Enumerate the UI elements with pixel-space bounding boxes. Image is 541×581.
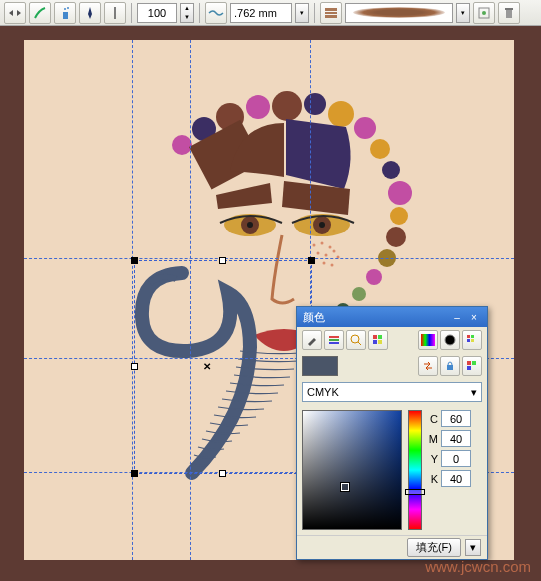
- c-label: C: [428, 413, 438, 425]
- gradient-cursor[interactable]: [341, 483, 349, 491]
- svg-rect-43: [472, 361, 476, 365]
- svg-rect-3: [325, 8, 337, 11]
- hue-slider[interactable]: [408, 410, 422, 530]
- swap-colors-icon[interactable]: [418, 356, 438, 376]
- guide-vertical[interactable]: [132, 40, 133, 560]
- brush-options-icon[interactable]: [473, 2, 495, 24]
- svg-point-2: [67, 7, 69, 9]
- svg-rect-32: [378, 335, 382, 339]
- color-docker: 颜色 – × CMYK ▾: [296, 306, 488, 560]
- svg-rect-41: [447, 365, 453, 370]
- svg-point-16: [319, 222, 325, 228]
- selection-center[interactable]: ✕: [203, 361, 211, 372]
- guide-horizontal[interactable]: [24, 258, 514, 259]
- color-mode-select[interactable]: CMYK ▾: [302, 382, 482, 402]
- sliders-icon[interactable]: [324, 330, 344, 350]
- stroke-width-dropdown[interactable]: ▾: [295, 3, 309, 23]
- add-swatch-icon[interactable]: [462, 356, 482, 376]
- svg-rect-4: [325, 12, 337, 14]
- current-color-swatch[interactable]: [302, 356, 338, 376]
- color-mode-label: CMYK: [307, 386, 339, 398]
- svg-rect-31: [373, 335, 377, 339]
- separator: [131, 3, 132, 23]
- dropdown-arrow-icon: ▾: [471, 386, 477, 399]
- svg-rect-28: [329, 339, 339, 341]
- stroke-width-input[interactable]: [230, 3, 292, 23]
- delete-brush-icon[interactable]: [498, 2, 520, 24]
- selection-handle-n[interactable]: [219, 257, 226, 264]
- brush-dropdown[interactable]: ▾: [456, 3, 470, 23]
- svg-point-25: [323, 262, 326, 265]
- color-docker-titlebar[interactable]: 颜色 – ×: [297, 307, 487, 327]
- selection-handle-nw[interactable]: [131, 257, 138, 264]
- selection-handle-w[interactable]: [131, 363, 138, 370]
- palettes-icon[interactable]: [368, 330, 388, 350]
- y-input[interactable]: [441, 450, 471, 467]
- separator: [199, 3, 200, 23]
- separator: [314, 3, 315, 23]
- svg-point-22: [333, 250, 336, 253]
- spectrum-icon[interactable]: [418, 330, 438, 350]
- svg-rect-5: [325, 15, 337, 18]
- calligraphy-tool-icon[interactable]: [79, 2, 101, 24]
- canvas-area: ✕ 颜色 – × CM: [0, 26, 541, 581]
- k-label: K: [428, 473, 438, 485]
- svg-rect-40: [471, 339, 474, 342]
- viewer-icon[interactable]: [346, 330, 366, 350]
- color-docker-tools: [297, 327, 487, 353]
- eyedropper-icon[interactable]: [302, 330, 322, 350]
- svg-rect-8: [506, 10, 512, 18]
- c-input[interactable]: [441, 410, 471, 427]
- color-gradient-picker[interactable]: [302, 410, 402, 530]
- k-input[interactable]: [441, 470, 471, 487]
- svg-rect-34: [378, 340, 382, 344]
- y-label: Y: [428, 453, 438, 465]
- opacity-input[interactable]: [137, 3, 177, 23]
- svg-rect-0: [63, 12, 68, 19]
- smoothing-icon[interactable]: [205, 2, 227, 24]
- selection-handle-ne[interactable]: [308, 257, 315, 264]
- svg-point-1: [64, 8, 66, 10]
- svg-rect-39: [467, 339, 470, 342]
- spray-tool-icon[interactable]: [54, 2, 76, 24]
- grid-icon[interactable]: [462, 330, 482, 350]
- opacity-spinner[interactable]: ▲▼: [180, 3, 194, 23]
- lock-icon[interactable]: [440, 356, 460, 376]
- fill-button[interactable]: 填充(F): [407, 538, 461, 557]
- svg-point-30: [351, 335, 359, 343]
- m-input[interactable]: [441, 430, 471, 447]
- svg-rect-9: [505, 8, 513, 10]
- svg-rect-29: [329, 342, 339, 344]
- watermark: www.jcwcn.com: [425, 558, 531, 575]
- svg-rect-38: [471, 335, 474, 338]
- property-bar: ▲▼ ▾ ▾: [0, 0, 541, 26]
- brush-list-icon[interactable]: [320, 2, 342, 24]
- hue-cursor[interactable]: [405, 489, 425, 495]
- selection-handle-sw[interactable]: [131, 470, 138, 477]
- brush-preview[interactable]: [345, 3, 453, 23]
- svg-point-17: [313, 244, 316, 247]
- preset-icon[interactable]: [4, 2, 26, 24]
- cmyk-inputs: C M Y K: [428, 410, 482, 530]
- brush-stroke-sample: [353, 7, 445, 18]
- svg-point-19: [329, 246, 332, 249]
- svg-point-7: [482, 11, 486, 15]
- svg-rect-35: [421, 334, 435, 346]
- svg-point-21: [325, 254, 328, 257]
- pressure-tool-icon[interactable]: [104, 2, 126, 24]
- color-docker-title: 颜色: [303, 310, 325, 325]
- svg-point-13: [247, 222, 253, 228]
- m-label: M: [428, 433, 438, 445]
- fill-dropdown-icon[interactable]: ▾: [465, 539, 481, 556]
- svg-rect-33: [373, 340, 377, 344]
- svg-point-36: [445, 335, 455, 345]
- svg-rect-27: [329, 336, 339, 338]
- minimize-icon[interactable]: –: [450, 310, 464, 324]
- wheel-icon[interactable]: [440, 330, 460, 350]
- selection-box[interactable]: ✕: [134, 260, 312, 474]
- close-icon[interactable]: ×: [467, 310, 481, 324]
- svg-point-26: [331, 264, 334, 267]
- selection-handle-s[interactable]: [219, 470, 226, 477]
- brush-tool-icon[interactable]: [29, 2, 51, 24]
- svg-rect-37: [467, 335, 470, 338]
